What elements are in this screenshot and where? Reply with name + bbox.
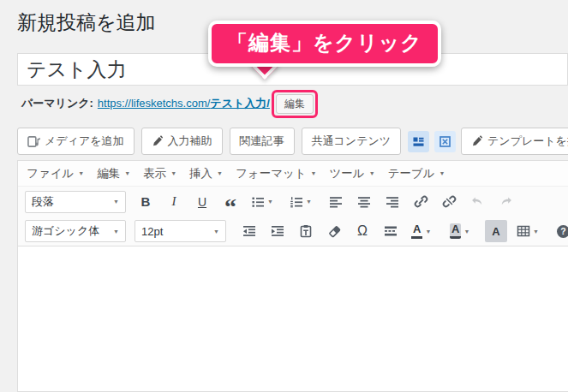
undo-icon: [470, 194, 485, 209]
editor-media-buttons-row: メディアを追加 入力補助 関連記事 共通コンテンツ: [17, 128, 568, 155]
help-icon: ?: [556, 224, 568, 239]
chevron-down-icon: ▼: [113, 199, 119, 205]
permalink-url-link[interactable]: https://lifesketchs.com/テスト入力/: [98, 96, 270, 111]
pencil-icon: [152, 135, 164, 147]
format-toolbar-row1: 段落 ▼ B I U “ ▼ ▼: [18, 187, 568, 217]
chevron-down-icon: ▼: [113, 229, 119, 235]
add-media-button[interactable]: メディアを追加: [17, 128, 135, 155]
menu-table[interactable]: テーブル▼: [388, 166, 445, 181]
unlink-icon: [442, 194, 457, 209]
indent-icon: [271, 224, 284, 238]
outdent-icon: [242, 224, 256, 238]
insert-template-button[interactable]: テンプレートを挿入: [461, 128, 568, 155]
indent-button[interactable]: [266, 220, 289, 242]
highlight-button[interactable]: A: [485, 220, 507, 242]
clear-formatting-button[interactable]: [323, 220, 345, 242]
menu-edit[interactable]: 編集▼: [97, 166, 130, 181]
media-icon: [27, 135, 40, 148]
read-more-tag-button[interactable]: [380, 220, 402, 242]
common-content-button[interactable]: 共通コンテンツ: [302, 128, 402, 155]
numbered-list-button[interactable]: ▼: [286, 191, 319, 213]
chevron-down-icon: ▼: [463, 229, 469, 235]
undo-button[interactable]: [466, 191, 488, 213]
menu-tools[interactable]: ツール▼: [330, 166, 375, 181]
insert-link-button[interactable]: [410, 191, 432, 213]
edit-button-highlight: 編集: [272, 90, 318, 118]
align-left-icon: [329, 195, 343, 209]
permalink-edit-button[interactable]: 編集: [276, 94, 314, 114]
paste-as-text-button[interactable]: [295, 220, 317, 242]
input-assist-button[interactable]: 入力補助: [141, 128, 223, 155]
chevron-down-icon: ▼: [124, 170, 130, 176]
outdent-button[interactable]: [238, 220, 260, 242]
text-color-button[interactable]: A ▼: [408, 220, 440, 242]
paragraph-style-select[interactable]: 段落 ▼: [25, 191, 126, 213]
callout-text: 「編集」をクリック: [227, 31, 422, 54]
permalink-slug: テスト入力/: [210, 97, 270, 110]
special-character-button[interactable]: Ω: [351, 220, 374, 242]
eraser-icon: [327, 224, 342, 239]
image-placeholder-icon-button[interactable]: [434, 131, 456, 152]
chevron-down-icon: ▼: [267, 199, 273, 205]
table-button[interactable]: ▼: [513, 220, 546, 242]
menu-insert[interactable]: 挿入▼: [189, 166, 223, 181]
image-with-text-icon: [411, 134, 426, 149]
bold-button[interactable]: B: [135, 191, 157, 213]
table-icon: [517, 224, 530, 238]
tinymce-editor: ファイル▼ 編集▼ 表示▼ 挿入▼ フォーマット▼ ツール▼ テーブル▼ 段落 …: [17, 160, 568, 392]
read-more-icon: [384, 224, 398, 238]
link-icon: [414, 194, 428, 209]
format-toolbar-row2: 游ゴシック体 ▼ 12pt ▼: [18, 217, 568, 246]
page-title: 新規投稿を追加: [17, 10, 156, 36]
svg-text:?: ?: [560, 226, 565, 236]
chevron-down-icon: ▼: [439, 170, 445, 176]
remove-link-button[interactable]: [438, 191, 460, 213]
font-family-select[interactable]: 游ゴシック体 ▼: [25, 220, 126, 242]
bullet-list-button[interactable]: ▼: [248, 191, 280, 213]
chevron-down-icon: ▼: [78, 170, 84, 176]
wp-post-editor-page: 新規投稿を追加 「編集」をクリック パーマリンク: https://lifesk…: [0, 0, 568, 392]
placeholder-x-icon: [438, 134, 452, 149]
align-right-button[interactable]: [381, 191, 404, 213]
redo-icon: [499, 194, 513, 209]
align-left-button[interactable]: [325, 191, 347, 213]
background-color-button[interactable]: A ▼: [446, 220, 479, 242]
image-with-text-layout-icon-button[interactable]: [408, 131, 429, 152]
text-color-a-icon: A: [411, 223, 422, 239]
permalink-row: パーマリンク: https://lifesketchs.com/テスト入力/ 編…: [21, 91, 318, 116]
paste-text-icon: [299, 224, 313, 238]
related-posts-button[interactable]: 関連記事: [230, 128, 295, 155]
pencil-icon: [471, 135, 483, 147]
chevron-down-icon: ▼: [425, 229, 431, 235]
menu-file[interactable]: ファイル▼: [27, 166, 84, 181]
underline-button[interactable]: U: [191, 191, 213, 213]
editor-menu-bar: ファイル▼ 編集▼ 表示▼ 挿入▼ フォーマット▼ ツール▼ テーブル▼: [18, 161, 568, 187]
bullet-list-icon: [251, 195, 265, 209]
redo-button[interactable]: [494, 191, 517, 213]
align-center-icon: [357, 195, 371, 209]
numbered-list-icon: [290, 195, 303, 209]
menu-format[interactable]: フォーマット▼: [236, 166, 317, 181]
chevron-down-icon: ▼: [217, 170, 223, 176]
chevron-down-icon: ▼: [170, 170, 176, 176]
chevron-down-icon: ▼: [311, 170, 317, 176]
editor-content-area[interactable]: [18, 246, 568, 391]
font-size-select[interactable]: 12pt ▼: [135, 220, 226, 242]
align-right-icon: [386, 195, 399, 209]
chevron-down-icon: ▼: [533, 229, 539, 235]
callout-bubble: 「編集」をクリック: [208, 21, 441, 67]
menu-view[interactable]: 表示▼: [143, 166, 176, 181]
blockquote-button[interactable]: “: [219, 191, 242, 213]
background-color-a-icon: A: [450, 223, 461, 239]
help-button[interactable]: ?: [552, 220, 568, 242]
chevron-down-icon: ▼: [369, 170, 375, 176]
align-center-button[interactable]: [353, 191, 375, 213]
permalink-label: パーマリンク:: [21, 96, 93, 111]
chevron-down-icon: ▼: [306, 199, 312, 205]
highlight-a-icon: A: [492, 225, 499, 238]
italic-button[interactable]: I: [163, 191, 185, 213]
chevron-down-icon: ▼: [213, 229, 219, 235]
